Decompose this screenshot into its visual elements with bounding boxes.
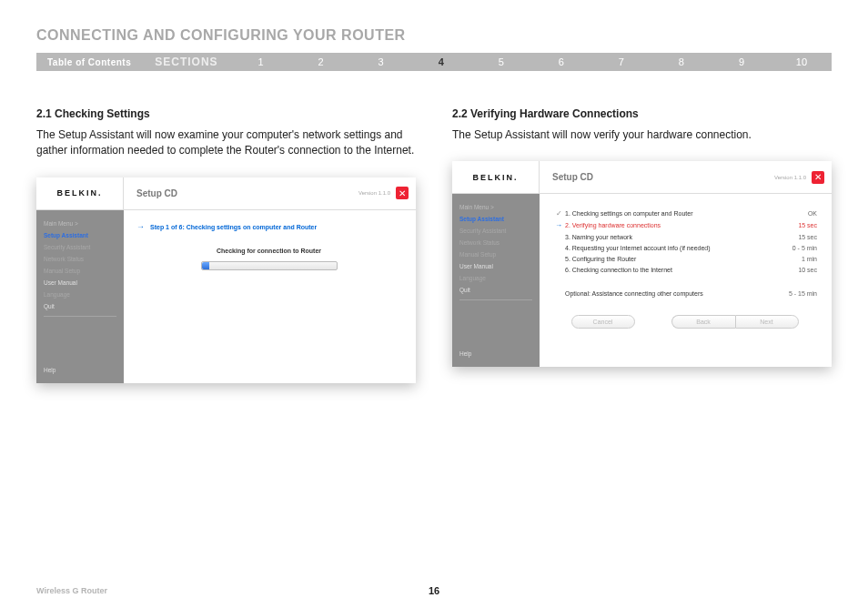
sidebar-item-manual-setup[interactable]: Manual Setup [459, 248, 532, 260]
sidebar-breadcrumb[interactable]: Main Menu > [44, 218, 116, 229]
sidebar-item-language[interactable]: Language [44, 289, 116, 300]
sidebar-item-user-manual[interactable]: User Manual [459, 260, 532, 272]
close-icon[interactable]: ✕ [812, 171, 824, 184]
sidebar-item-help[interactable]: Help [44, 364, 116, 376]
sidebar-item-help[interactable]: Help [459, 348, 532, 360]
panel-sidebar: Main Menu > Setup Assistant Security Ass… [452, 194, 540, 367]
progress-fill [202, 262, 210, 269]
nav-section-3[interactable]: 3 [351, 56, 411, 67]
step-row: 5. Configuring the Router 1 min [552, 253, 817, 264]
step-text: 2. Verifying hardware connections [565, 222, 791, 228]
step-text: 4. Requesting your Internet account info… [565, 245, 785, 251]
arrow-right-icon: → [552, 222, 565, 229]
panel-title: Setup CD [124, 188, 358, 198]
heading-verifying-hardware: 2.2 Verifying Hardware Connections [452, 107, 832, 120]
setup-panel-1: BELKIN. Setup CD Version 1.1.0 ✕ Main Me… [36, 177, 416, 383]
progress-bar [201, 261, 338, 270]
check-icon: ✓ [552, 209, 565, 218]
arrow-right-icon: → [136, 223, 145, 231]
version-label: Version 1.1.0 [774, 175, 806, 180]
step-time: OK [801, 210, 817, 217]
cancel-button[interactable]: Cancel [571, 315, 635, 329]
page-number: 16 [429, 585, 439, 596]
belkin-logo: BELKIN. [452, 161, 540, 193]
body-checking-settings: The Setup Assistant will now examine you… [36, 127, 416, 159]
step-text: 6. Checking connection to the Internet [565, 267, 791, 273]
nav-section-8[interactable]: 8 [651, 56, 712, 67]
sidebar-breadcrumb[interactable]: Main Menu > [459, 201, 532, 213]
belkin-logo: BELKIN. [36, 177, 124, 209]
sidebar-item-network-status[interactable]: Network Status [44, 253, 116, 265]
nav-section-2[interactable]: 2 [291, 56, 351, 67]
sidebar-item-quit[interactable]: Quit [44, 300, 116, 312]
step-text: 5. Configuring the Router [565, 256, 794, 262]
sidebar-item-setup-assistant[interactable]: Setup Assistant [459, 213, 532, 225]
body-verifying-hardware: The Setup Assistant will now verify your… [452, 127, 832, 143]
step-row-optional: Optional: Assistance connecting other co… [552, 288, 817, 299]
sidebar-item-security-assistant[interactable]: Security Assistant [44, 241, 116, 253]
toc-link[interactable]: Table of Contents [36, 57, 142, 67]
sidebar-item-user-manual[interactable]: User Manual [44, 277, 116, 289]
sidebar-item-setup-assistant[interactable]: Setup Assistant [44, 229, 116, 241]
step-text: 3. Naming your network [565, 234, 791, 240]
step-row: ✓ 1. Checking settings on computer and R… [552, 207, 817, 219]
nav-section-5[interactable]: 5 [471, 56, 531, 67]
step-time: 1 min [794, 256, 817, 262]
panel-sidebar: Main Menu > Setup Assistant Security Ass… [36, 210, 124, 383]
step-text: 1. Checking settings on computer and Rou… [565, 210, 801, 217]
step-time: 0 - 5 min [785, 245, 817, 251]
step-row: 6. Checking connection to the Internet 1… [552, 264, 817, 275]
close-icon[interactable]: ✕ [396, 187, 409, 199]
page-title: CONNECTING AND CONFIGURING YOUR ROUTER [36, 27, 832, 44]
nav-section-6[interactable]: 6 [531, 56, 591, 67]
sidebar-item-language[interactable]: Language [459, 272, 532, 284]
sidebar-item-manual-setup[interactable]: Manual Setup [44, 265, 116, 277]
step-time: 5 - 15 min [782, 290, 817, 297]
nav-section-4[interactable]: 4 [411, 56, 471, 67]
step-line-text: Step 1 of 6: Checking settings on comput… [150, 224, 317, 230]
version-label: Version 1.1.0 [358, 190, 390, 196]
step-text: Optional: Assistance connecting other co… [565, 290, 782, 297]
nav-section-7[interactable]: 7 [591, 56, 651, 67]
sidebar-item-quit[interactable]: Quit [459, 284, 532, 296]
setup-panel-2: BELKIN. Setup CD Version 1.1.0 ✕ Main Me… [452, 161, 832, 367]
back-button[interactable]: Back [671, 315, 735, 329]
step-time: 15 sec [791, 222, 817, 228]
nav-section-9[interactable]: 9 [712, 56, 772, 67]
footer-product-name: Wireless G Router [36, 586, 107, 595]
section-nav: Table of Contents SECTIONS 1 2 3 4 5 6 7… [36, 53, 832, 71]
heading-checking-settings: 2.1 Checking Settings [36, 107, 416, 120]
sidebar-item-network-status[interactable]: Network Status [459, 237, 532, 248]
sections-label: SECTIONS [142, 56, 230, 68]
step-time: 15 sec [791, 234, 817, 240]
steps-list: ✓ 1. Checking settings on computer and R… [552, 207, 817, 299]
step-time: 10 sec [791, 267, 817, 273]
next-button[interactable]: Next [735, 315, 799, 329]
step-row: 4. Requesting your Internet account info… [552, 242, 817, 253]
nav-section-10[interactable]: 10 [772, 56, 832, 67]
panel-title: Setup CD [540, 172, 774, 182]
step-row: 3. Naming your network 15 sec [552, 231, 817, 242]
step-row: → 2. Verifying hardware connections 15 s… [552, 219, 817, 231]
sidebar-item-security-assistant[interactable]: Security Assistant [459, 225, 532, 237]
checking-label: Checking for connection to Router [136, 248, 401, 254]
nav-section-1[interactable]: 1 [231, 56, 291, 67]
